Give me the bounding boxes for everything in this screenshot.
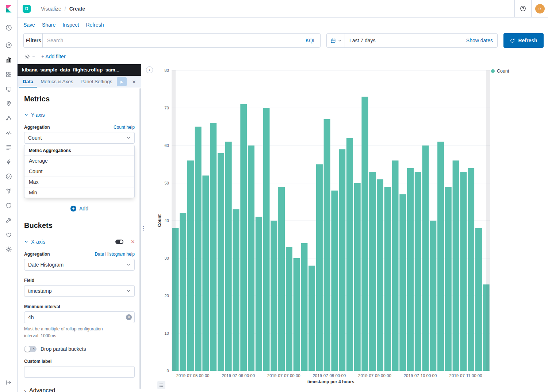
nav-canvas-icon[interactable] bbox=[3, 83, 15, 95]
search-box: KQL bbox=[42, 33, 321, 48]
nav-apm-icon[interactable] bbox=[3, 156, 15, 168]
custom-label-label: Custom label bbox=[24, 359, 51, 364]
svg-text:2019-07-10 00:00: 2019-07-10 00:00 bbox=[404, 373, 437, 378]
apply-changes-button[interactable]: ▶ bbox=[117, 77, 127, 86]
tab-metrics-axes[interactable]: Metrics & Axes bbox=[37, 76, 77, 88]
buckets-heading: Buckets bbox=[24, 221, 135, 230]
save-button[interactable]: Save bbox=[23, 22, 35, 28]
visualization-canvas: ‹ Count 010203040506070802019-07-05 00:0… bbox=[146, 64, 548, 392]
x-axis-accordion[interactable]: X-axis × bbox=[24, 238, 135, 245]
drop-partial-buckets-label: Drop partial buckets bbox=[41, 346, 86, 352]
chevron-down-icon bbox=[126, 263, 131, 267]
svg-text:2019-07-09 00:00: 2019-07-09 00:00 bbox=[358, 373, 391, 378]
svg-text:20: 20 bbox=[164, 294, 169, 298]
nav-monitoring-icon[interactable] bbox=[3, 229, 15, 241]
refresh-query-button[interactable]: Refresh bbox=[503, 33, 544, 48]
space-badge[interactable]: D bbox=[23, 5, 31, 13]
nav-graph-icon[interactable] bbox=[3, 185, 15, 197]
avatar[interactable]: e bbox=[535, 4, 545, 13]
svg-text:Count: Count bbox=[157, 214, 162, 227]
field-select[interactable]: timestamp bbox=[24, 285, 135, 297]
aggregation-dropdown: Metric Aggregations AverageCountMaxMin bbox=[24, 145, 135, 198]
chevron-down-icon bbox=[24, 240, 28, 244]
tab-panel-settings[interactable]: Panel Settings bbox=[77, 76, 116, 88]
bucket-aggregation-select[interactable]: Date Histogram bbox=[24, 259, 135, 271]
nav-maps-icon[interactable] bbox=[3, 98, 15, 109]
svg-text:50: 50 bbox=[164, 181, 169, 185]
nav-dev-tools-icon[interactable] bbox=[3, 214, 15, 226]
filters-button[interactable]: Filters bbox=[23, 33, 43, 48]
tab-data[interactable]: Data bbox=[19, 76, 37, 88]
nav-machine-learning-icon[interactable] bbox=[3, 112, 15, 124]
search-input[interactable] bbox=[43, 34, 320, 47]
drop-partial-buckets-toggle[interactable]: × bbox=[24, 346, 37, 352]
nav-recently-viewed-icon[interactable] bbox=[3, 22, 15, 34]
add-metric-button[interactable]: + Add bbox=[68, 205, 91, 212]
data-tab-content: Metrics Y-axis Aggregation Count help Co… bbox=[18, 88, 141, 392]
plus-icon: + bbox=[70, 206, 76, 211]
collapse-nav-icon[interactable] bbox=[3, 377, 15, 388]
show-dates-button[interactable]: Show dates bbox=[464, 37, 497, 44]
refresh-link[interactable]: Refresh bbox=[86, 22, 104, 28]
breadcrumb-visualize[interactable]: Visualize bbox=[41, 6, 61, 12]
vis-editor-panel: kibana_sample_data_flights,rollup_sam...… bbox=[18, 64, 141, 392]
filter-options-button[interactable] bbox=[24, 54, 35, 60]
nav-metrics-icon[interactable] bbox=[3, 127, 15, 139]
filter-row: + Add filter bbox=[18, 49, 548, 64]
panel-scrollbar[interactable] bbox=[139, 88, 141, 389]
remove-x-axis-button[interactable]: × bbox=[131, 238, 135, 245]
nav-logs-icon[interactable] bbox=[3, 141, 15, 153]
kibana-logo[interactable] bbox=[0, 0, 18, 18]
advanced-accordion[interactable]: › Advanced bbox=[24, 387, 55, 392]
nav-management-icon[interactable] bbox=[3, 244, 15, 255]
collapse-editor-icon[interactable]: ‹ bbox=[146, 66, 153, 73]
panel-resizer[interactable]: ⋮ bbox=[141, 64, 146, 392]
svg-text:2019-07-05 00:00: 2019-07-05 00:00 bbox=[176, 373, 210, 378]
metric-aggregation-select[interactable]: Count bbox=[24, 132, 135, 144]
play-icon: ▶ bbox=[120, 80, 123, 84]
dropdown-group-label: Metric Aggregations bbox=[24, 145, 134, 155]
kibana-logo-icon bbox=[4, 4, 14, 13]
y-axis-label: Y-axis bbox=[31, 112, 45, 118]
legend-toggle-button[interactable] bbox=[157, 381, 165, 389]
discard-changes-button[interactable]: × bbox=[130, 77, 138, 86]
nav-visualize-icon[interactable] bbox=[3, 54, 15, 66]
svg-text:30: 30 bbox=[164, 256, 169, 260]
nav-uptime-icon[interactable] bbox=[3, 171, 15, 182]
chevron-down-icon bbox=[338, 39, 342, 43]
clear-interval-icon[interactable]: × bbox=[126, 314, 132, 320]
aggregation-option-min[interactable]: Min bbox=[24, 187, 134, 198]
custom-label-input[interactable] bbox=[24, 366, 135, 378]
date-picker-menu-button[interactable] bbox=[327, 34, 345, 47]
remove-icon: × bbox=[131, 238, 135, 245]
svg-text:60: 60 bbox=[164, 143, 169, 148]
inspect-button[interactable]: Inspect bbox=[62, 22, 79, 28]
x-axis-enable-toggle[interactable] bbox=[115, 240, 123, 244]
close-icon: × bbox=[132, 78, 136, 85]
svg-text:timestamp per 4 hours: timestamp per 4 hours bbox=[307, 379, 355, 384]
share-button[interactable]: Share bbox=[42, 22, 55, 28]
date-histogram-help-link[interactable]: Date Histogram help bbox=[95, 252, 135, 257]
svg-text:40: 40 bbox=[164, 218, 169, 223]
nav-dashboard-icon[interactable] bbox=[3, 69, 15, 80]
count-help-link[interactable]: Count help bbox=[114, 125, 135, 130]
refresh-icon bbox=[510, 38, 515, 43]
kql-toggle[interactable]: KQL bbox=[306, 38, 316, 43]
time-range-value[interactable]: Last 7 days bbox=[345, 38, 376, 43]
editor-tabs: Data Metrics & Axes Panel Settings ▶ × bbox=[18, 76, 141, 88]
bar-chart[interactable]: 010203040506070802019-07-05 00:002019-07… bbox=[146, 64, 548, 392]
nav-discover-icon[interactable] bbox=[3, 39, 15, 51]
aggregation-option-max[interactable]: Max bbox=[24, 176, 134, 187]
y-axis-accordion[interactable]: Y-axis bbox=[24, 112, 135, 118]
add-filter-button[interactable]: + Add filter bbox=[41, 54, 66, 59]
nav-siem-icon[interactable] bbox=[3, 200, 15, 211]
minimum-interval-input[interactable] bbox=[24, 311, 135, 323]
aggregation-option-average[interactable]: Average bbox=[24, 155, 134, 166]
breadcrumb-separator: / bbox=[65, 6, 66, 12]
help-icon[interactable] bbox=[514, 0, 531, 17]
svg-text:2019-07-07 00:00: 2019-07-07 00:00 bbox=[267, 373, 300, 378]
aggregation-option-count[interactable]: Count bbox=[24, 166, 134, 176]
user-menu[interactable]: e bbox=[531, 0, 548, 17]
aggregation-label: Aggregation bbox=[24, 125, 50, 130]
svg-text:0: 0 bbox=[167, 369, 169, 373]
